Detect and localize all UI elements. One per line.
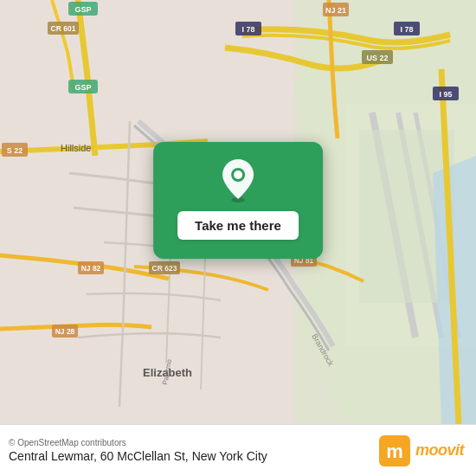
svg-text:CR 601: CR 601 — [51, 24, 76, 33]
moovit-icon: m — [379, 435, 410, 466]
footer: © OpenStreetMap contributors Central Lew… — [0, 424, 476, 476]
svg-text:I 95: I 95 — [439, 90, 452, 99]
svg-text:NJ 21: NJ 21 — [325, 6, 346, 15]
svg-text:NJ 28: NJ 28 — [55, 327, 75, 336]
map-container: Hillside Elizabeth GSP GSP I 78 I 78 US … — [0, 0, 476, 424]
svg-text:CR 623: CR 623 — [152, 264, 177, 273]
svg-text:I 78: I 78 — [241, 25, 254, 34]
take-me-there-button[interactable]: Take me there — [177, 211, 299, 240]
svg-text:Hillside: Hillside — [61, 143, 91, 153]
svg-text:m: m — [386, 441, 403, 462]
osm-credit: © OpenStreetMap contributors — [9, 438, 267, 447]
svg-text:GSP: GSP — [74, 83, 91, 92]
location-pin-icon — [219, 158, 257, 203]
svg-text:I 78: I 78 — [400, 25, 413, 34]
moovit-logo: m moovit — [379, 435, 464, 466]
svg-text:GSP: GSP — [74, 5, 91, 14]
address-text: Central Lewmar, 60 McClellan St, New Yor… — [9, 449, 267, 463]
footer-info: © OpenStreetMap contributors Central Lew… — [9, 438, 267, 463]
svg-text:S 22: S 22 — [7, 146, 23, 155]
svg-text:NJ 82: NJ 82 — [81, 264, 101, 273]
moovit-wordmark: moovit — [415, 441, 464, 460]
svg-point-43 — [234, 170, 242, 179]
popup-card: Take me there — [153, 142, 323, 259]
svg-text:US 22: US 22 — [366, 54, 388, 62]
